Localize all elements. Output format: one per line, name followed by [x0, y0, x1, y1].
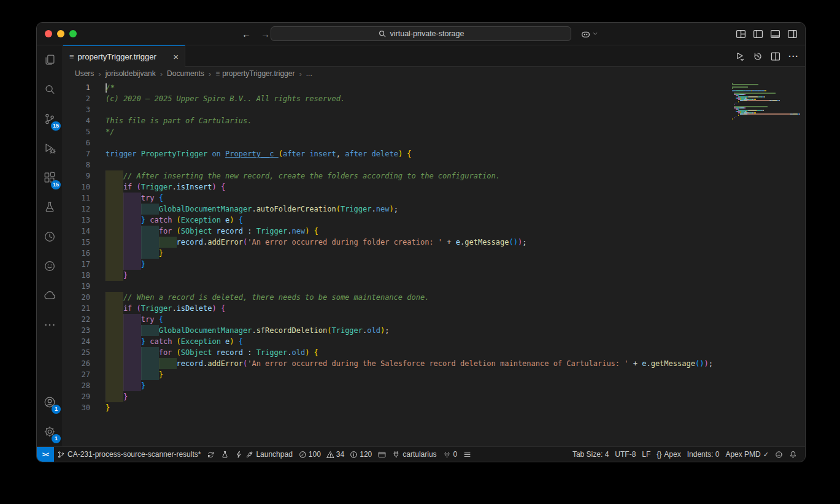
line-number[interactable]: 10	[63, 181, 90, 193]
code-line[interactable]: } catch (Exception e) {	[106, 336, 805, 347]
activity-cloud[interactable]	[37, 281, 63, 310]
activity-run-debug[interactable]	[37, 134, 63, 163]
forward-button[interactable]: →	[261, 29, 270, 39]
more-actions-icon[interactable]: ···	[788, 52, 799, 61]
line-number[interactable]: 12	[63, 204, 90, 215]
line-number[interactable]: 15	[63, 237, 90, 248]
close-window-button[interactable]	[45, 30, 52, 37]
test-status-button[interactable]	[218, 447, 232, 462]
breadcrumb-users[interactable]: Users	[75, 69, 94, 78]
code-line[interactable]: }	[106, 369, 805, 380]
line-number[interactable]: 7	[63, 148, 90, 159]
minimize-window-button[interactable]	[57, 30, 64, 37]
indents-item[interactable]: Indents: 0	[684, 447, 723, 462]
activity-source-control[interactable]: 15	[37, 104, 63, 134]
timeline-history-icon[interactable]	[753, 52, 763, 61]
line-number[interactable]: 20	[63, 292, 90, 303]
breadcrumb-symbol[interactable]: ...	[306, 69, 312, 78]
customize-layout-icon[interactable]	[736, 29, 746, 39]
line-number[interactable]: 28	[63, 380, 90, 391]
code-line[interactable]: trigger PropertyTrigger on Property__c (…	[106, 148, 805, 159]
line-number[interactable]: 11	[63, 193, 90, 204]
apex-pmd-item[interactable]: Apex PMD ✓	[722, 447, 772, 462]
code-line[interactable]: }	[106, 391, 805, 402]
code-line[interactable]: for (SObject record : Trigger.old) {	[106, 347, 805, 358]
code-line[interactable]	[106, 104, 805, 115]
code-line[interactable]: (c) 2020 — 2025 Upper Spire B.V.. All ri…	[106, 93, 805, 104]
line-number[interactable]: 26	[63, 358, 90, 369]
launchpad-button[interactable]: Launchpad	[232, 447, 295, 462]
ports-item[interactable]: 0	[440, 447, 461, 462]
line-number[interactable]: 24	[63, 336, 90, 347]
toggle-sidebar-icon[interactable]	[753, 29, 763, 39]
code-line[interactable]: GlobalDocumentManager.sfRecordDeletion(T…	[106, 325, 805, 336]
copilot-menu[interactable]	[580, 23, 598, 45]
activity-search[interactable]	[37, 75, 63, 104]
code-line[interactable]: if (Trigger.isInsert) {	[106, 181, 805, 193]
line-number[interactable]: 13	[63, 215, 90, 226]
breadcrumb-documents[interactable]: Documents	[167, 69, 204, 78]
zoom-window-button[interactable]	[69, 30, 77, 37]
line-number[interactable]: 22	[63, 314, 90, 325]
code-line[interactable]: GlobalDocumentManager.autoFolderCreation…	[106, 204, 805, 215]
code-line[interactable]: */	[106, 126, 805, 137]
line-number[interactable]: 29	[63, 391, 90, 402]
editor-window-button[interactable]	[375, 447, 389, 462]
line-number[interactable]: 30	[63, 402, 90, 413]
run-file-icon[interactable]	[735, 52, 745, 61]
default-org-item[interactable]: cartularius	[389, 447, 439, 462]
activity-view-8[interactable]	[37, 251, 63, 281]
code-line[interactable]	[106, 137, 805, 148]
line-number[interactable]: 8	[63, 159, 90, 170]
line-number[interactable]: 4	[63, 115, 90, 126]
code-line[interactable]: record.addError('An error occurred durin…	[106, 237, 805, 248]
line-number[interactable]: 3	[63, 104, 90, 115]
activity-view-7[interactable]	[37, 222, 63, 251]
line-number[interactable]: 9	[63, 170, 90, 181]
code-line[interactable]: } catch (Exception e) {	[106, 215, 805, 226]
code-line[interactable]: This file is part of Cartularius.	[106, 115, 805, 126]
line-number[interactable]: 6	[63, 137, 90, 148]
line-number[interactable]: 23	[63, 325, 90, 336]
code-line[interactable]: try {	[106, 314, 805, 325]
branch-item[interactable]: CA-231-process-source-scanner-results*	[54, 447, 204, 462]
line-number[interactable]: 1	[63, 82, 90, 93]
code-line[interactable]: if (Trigger.isDelete) {	[106, 303, 805, 314]
notifications-button[interactable]	[786, 447, 800, 462]
line-number[interactable]: 18	[63, 270, 90, 281]
breadcrumb-user-folder[interactable]: jorisoldebijvank	[106, 69, 156, 78]
lines-menu-button[interactable]	[460, 447, 474, 462]
code-line[interactable]: }	[106, 259, 805, 270]
close-tab-icon[interactable]: ×	[173, 52, 179, 61]
toggle-secondary-sidebar-icon[interactable]	[787, 29, 798, 39]
toggle-panel-icon[interactable]	[770, 29, 780, 39]
activity-accounts[interactable]: 1	[37, 388, 63, 417]
activity-settings[interactable]: 1	[37, 417, 63, 446]
language-mode-item[interactable]: {} Apex	[653, 447, 684, 462]
line-number[interactable]: 21	[63, 303, 90, 314]
code-line[interactable]: }	[106, 380, 805, 391]
eol-item[interactable]: LF	[639, 447, 653, 462]
split-editor-icon[interactable]	[771, 52, 780, 61]
code-line[interactable]: record.addError('An error occurred durin…	[106, 358, 805, 369]
activity-explorer[interactable]	[37, 45, 63, 75]
code-editor[interactable]: 1234567891011121314151617181920212223242…	[63, 80, 805, 446]
tab-propertytrigger[interactable]: ≡ propertyTrigger.trigger ×	[63, 45, 185, 67]
tab-size-item[interactable]: Tab Size: 4	[569, 447, 612, 462]
line-number[interactable]: 19	[63, 281, 90, 292]
breadcrumb-file[interactable]: ≡ propertyTrigger.trigger	[215, 69, 295, 78]
code-line[interactable]: for (SObject record : Trigger.new) {	[106, 226, 805, 237]
code-line[interactable]: }	[106, 248, 805, 259]
encoding-item[interactable]: UTF-8	[612, 447, 639, 462]
activity-extensions[interactable]: 15	[37, 163, 63, 193]
code-line[interactable]: // When a record is deleted, there needs…	[106, 292, 805, 303]
line-number[interactable]: 14	[63, 226, 90, 237]
line-number[interactable]: 5	[63, 126, 90, 137]
code-line[interactable]	[106, 281, 805, 292]
code-line[interactable]: }	[106, 402, 805, 413]
code-line[interactable]	[106, 159, 805, 170]
line-number[interactable]: 25	[63, 347, 90, 358]
problems-item[interactable]: 100 34 120	[296, 447, 375, 462]
line-number[interactable]: 27	[63, 369, 90, 380]
remote-indicator[interactable]: ><	[37, 447, 54, 462]
